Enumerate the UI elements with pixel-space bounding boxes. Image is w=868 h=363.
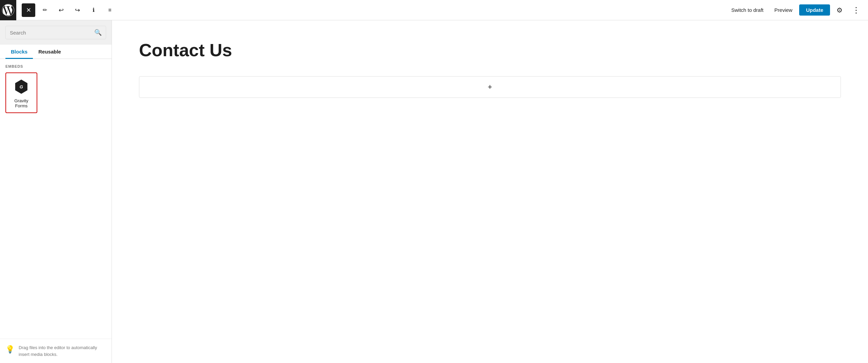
- blocks-list: EMBEDS G Gravity Forms: [0, 59, 112, 339]
- search-box: 🔍: [5, 26, 106, 39]
- tab-blocks[interactable]: Blocks: [5, 45, 33, 59]
- list-view-icon: ≡: [108, 7, 111, 13]
- info-icon: ℹ: [93, 7, 95, 13]
- plus-icon: +: [488, 83, 492, 91]
- list-view-button[interactable]: ≡: [103, 3, 117, 17]
- tip-area: 💡 Drag files into the editor to automati…: [0, 339, 112, 363]
- gear-icon: ⚙: [836, 6, 843, 14]
- page-title: Contact Us: [139, 41, 841, 60]
- close-button[interactable]: ✕: [22, 3, 35, 17]
- lightbulb-icon: 💡: [5, 345, 15, 354]
- undo-icon: ↩: [59, 6, 64, 14]
- tabs: Blocks Reusable: [0, 45, 112, 59]
- search-area: 🔍: [0, 20, 112, 45]
- tip-text: Drag files into the editor to automatica…: [19, 344, 106, 358]
- toolbar: ✕ ✏ ↩ ↪ ℹ ≡ Switch to draft Preview Upda…: [0, 0, 868, 20]
- close-icon: ✕: [26, 6, 31, 14]
- wp-logo: [0, 0, 16, 20]
- editor-area: Contact Us +: [112, 20, 868, 363]
- info-button[interactable]: ℹ: [87, 3, 100, 17]
- edit-icon: ✏: [43, 7, 47, 13]
- more-options-button[interactable]: ⋮: [849, 3, 863, 17]
- switch-draft-button[interactable]: Switch to draft: [727, 4, 768, 16]
- toolbar-right: Switch to draft Preview Update ⚙ ⋮: [727, 3, 863, 17]
- block-item-gravity-forms[interactable]: G Gravity Forms: [5, 72, 37, 113]
- wp-logo-icon: [2, 4, 14, 16]
- main-layout: 🔍 Blocks Reusable EMBEDS G Gravity Forms: [0, 20, 868, 363]
- tab-reusable[interactable]: Reusable: [33, 45, 66, 59]
- edit-button[interactable]: ✏: [38, 3, 52, 17]
- gf-hexagon: G: [14, 80, 28, 94]
- search-input[interactable]: [10, 30, 92, 36]
- search-icon: 🔍: [94, 29, 102, 36]
- preview-button[interactable]: Preview: [770, 4, 796, 16]
- gravity-forms-label: Gravity Forms: [9, 98, 34, 108]
- more-icon: ⋮: [852, 6, 860, 14]
- redo-icon: ↪: [75, 6, 80, 14]
- add-block-button[interactable]: +: [139, 76, 841, 98]
- update-button[interactable]: Update: [799, 4, 830, 16]
- undo-button[interactable]: ↩: [54, 3, 68, 17]
- sidebar: 🔍 Blocks Reusable EMBEDS G Gravity Forms: [0, 20, 112, 363]
- embeds-section-label: EMBEDS: [5, 64, 106, 68]
- settings-button[interactable]: ⚙: [833, 3, 846, 17]
- gravity-forms-icon: G: [13, 79, 29, 95]
- redo-button[interactable]: ↪: [71, 3, 84, 17]
- blocks-grid: G Gravity Forms: [5, 72, 106, 113]
